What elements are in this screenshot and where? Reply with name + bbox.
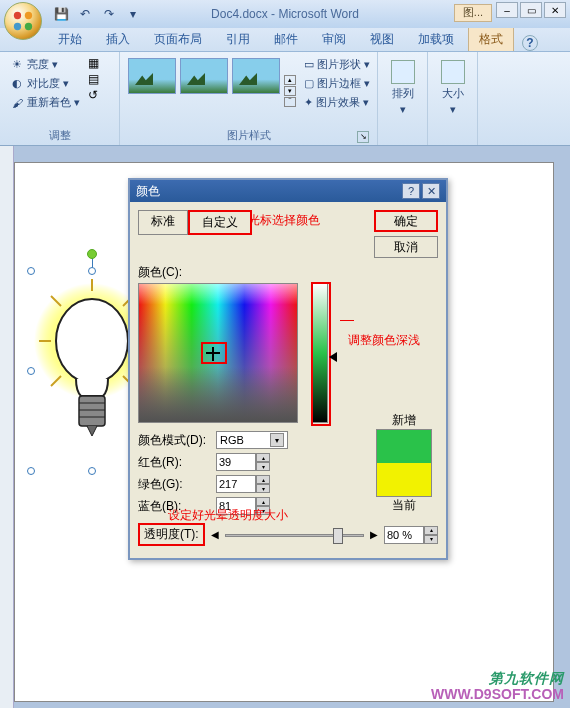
contrast-icon: ◐ [10, 77, 24, 91]
green-input[interactable] [216, 475, 256, 493]
style-thumb[interactable] [232, 58, 280, 94]
dialog-titlebar[interactable]: 颜色 ? ✕ [130, 180, 446, 202]
recolor-icon: 🖌 [10, 96, 24, 110]
redo-icon[interactable]: ↷ [100, 5, 118, 23]
mode-label: 颜色模式(D): [138, 432, 210, 449]
style-thumb[interactable] [180, 58, 228, 94]
picture-shape-button[interactable]: ▭图片形状 ▾ [300, 56, 374, 73]
green-label: 绿色(G): [138, 476, 210, 493]
window-title: Doc4.docx - Microsoft Word [211, 7, 359, 21]
spin-down-icon[interactable]: ▾ [256, 484, 270, 493]
transparency-slider[interactable] [225, 526, 364, 544]
picture-styles-gallery[interactable]: ▴ ▾ ‾ [126, 56, 296, 126]
red-label: 红色(R): [138, 454, 210, 471]
annotation-cursor: 光标选择颜色 [248, 212, 320, 229]
size-button[interactable]: 大小▾ [434, 56, 471, 120]
restore-button[interactable]: ▭ [520, 2, 542, 18]
svg-point-12 [56, 299, 128, 383]
ribbon-tabs: 开始 插入 页面布局 引用 邮件 审阅 视图 加载项 格式 ? [0, 28, 570, 52]
border-icon: ▢ [304, 77, 314, 90]
save-icon[interactable]: 💾 [52, 5, 70, 23]
new-label: 新增 [376, 412, 432, 429]
dialog-help-button[interactable]: ? [402, 183, 420, 199]
size-icon [441, 60, 465, 84]
spin-up-icon[interactable]: ▴ [256, 475, 270, 484]
picture-effects-button[interactable]: ✦图片效果 ▾ [300, 94, 374, 111]
close-button[interactable]: ✕ [544, 2, 566, 18]
tab-standard[interactable]: 标准 [138, 210, 188, 235]
spin-down-icon[interactable]: ▾ [424, 535, 438, 544]
tab-home[interactable]: 开始 [48, 28, 92, 51]
brightness-icon: ☀ [10, 58, 24, 72]
change-pic-icon[interactable]: ▤ [88, 72, 99, 86]
minimize-button[interactable]: – [496, 2, 518, 18]
dialog-title: 颜色 [136, 183, 160, 200]
slider-right-icon[interactable]: ▶ [370, 529, 378, 540]
cancel-button[interactable]: 取消 [374, 236, 438, 258]
watermark: 第九软件网 WWW.D9SOFT.COM [431, 671, 564, 702]
resize-handle[interactable] [88, 467, 96, 475]
slider-left-icon[interactable]: ◀ [211, 529, 219, 540]
preview-current-color [377, 463, 431, 496]
tab-custom[interactable]: 自定义 [188, 210, 252, 235]
rotate-handle[interactable] [87, 249, 97, 259]
luminance-arrow-icon[interactable] [329, 352, 337, 362]
color-dialog: 颜色 ? ✕ 标准 自定义 确定 取消 光标选择颜色 颜色(C): [128, 178, 448, 560]
svg-point-2 [14, 23, 21, 30]
arrange-icon [391, 60, 415, 84]
context-tab-label: 图... [454, 4, 492, 22]
group-styles-label: 图片样式 [227, 126, 271, 143]
ribbon: ☀亮度 ▾ ◐对比度 ▾ 🖌重新着色 ▾ ▦ ▤ ↺ 调整 ▴ ▾ ‾ [0, 52, 570, 146]
annotation-lum-box [311, 282, 331, 426]
shape-icon: ▭ [304, 58, 314, 71]
effects-icon: ✦ [304, 96, 313, 109]
resize-handle[interactable] [27, 267, 35, 275]
tab-view[interactable]: 视图 [360, 28, 404, 51]
brightness-button[interactable]: ☀亮度 ▾ [6, 56, 84, 73]
tab-references[interactable]: 引用 [216, 28, 260, 51]
spin-down-icon[interactable]: ▾ [256, 462, 270, 471]
resize-handle[interactable] [88, 267, 96, 275]
svg-rect-13 [79, 396, 105, 426]
picture-border-button[interactable]: ▢图片边框 ▾ [300, 75, 374, 92]
arrange-button[interactable]: 排列▾ [384, 56, 421, 120]
svg-point-0 [14, 12, 21, 19]
resize-handle[interactable] [27, 367, 35, 375]
color-label: 颜色(C): [138, 264, 438, 281]
gallery-more-icon[interactable]: ‾ [284, 97, 296, 107]
color-mode-combo[interactable]: RGB ▾ [216, 431, 288, 449]
contrast-button[interactable]: ◐对比度 ▾ [6, 75, 84, 92]
transparency-input[interactable] [384, 526, 424, 544]
ok-button[interactable]: 确定 [374, 210, 438, 232]
tab-review[interactable]: 审阅 [312, 28, 356, 51]
qat-more-icon[interactable]: ▾ [124, 5, 142, 23]
luminance-bar[interactable] [312, 283, 328, 423]
vertical-ruler[interactable] [0, 146, 14, 708]
resize-handle[interactable] [27, 467, 35, 475]
gallery-up-icon[interactable]: ▴ [284, 75, 296, 85]
tab-layout[interactable]: 页面布局 [144, 28, 212, 51]
reset-pic-icon[interactable]: ↺ [88, 88, 99, 102]
dropdown-icon[interactable]: ▾ [270, 433, 284, 447]
tab-insert[interactable]: 插入 [96, 28, 140, 51]
spectrum-cursor[interactable] [201, 342, 227, 364]
style-thumb[interactable] [128, 58, 176, 94]
tab-mail[interactable]: 邮件 [264, 28, 308, 51]
tab-format[interactable]: 格式 [468, 27, 514, 51]
annotation-lum: 调整颜色深浅 [348, 332, 420, 349]
help-button[interactable]: ? [522, 35, 538, 51]
tab-addins[interactable]: 加载项 [408, 28, 464, 51]
recolor-button[interactable]: 🖌重新着色 ▾ [6, 94, 84, 111]
spin-up-icon[interactable]: ▴ [256, 453, 270, 462]
compress-icon[interactable]: ▦ [88, 56, 99, 70]
spin-up-icon[interactable]: ▴ [424, 526, 438, 535]
dialog-close-button[interactable]: ✕ [422, 183, 440, 199]
transparency-label: 透明度(T): [138, 523, 205, 546]
color-spectrum[interactable] [138, 283, 298, 423]
office-button[interactable] [4, 2, 42, 40]
undo-icon[interactable]: ↶ [76, 5, 94, 23]
red-input[interactable] [216, 453, 256, 471]
styles-launcher-icon[interactable]: ↘ [357, 131, 369, 143]
gallery-down-icon[interactable]: ▾ [284, 86, 296, 96]
spin-up-icon[interactable]: ▴ [256, 497, 270, 506]
